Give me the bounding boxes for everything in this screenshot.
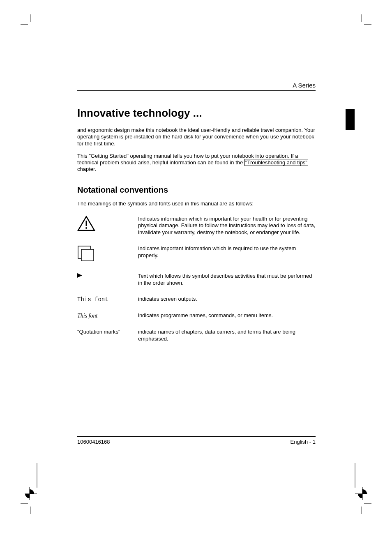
header-rule: A Series: [77, 82, 316, 91]
svg-point-5: [85, 227, 87, 229]
table-row: Indicates information which is important…: [77, 216, 316, 246]
svg-rect-15: [30, 494, 34, 498]
quotation-cell: "Quotation marks": [77, 329, 138, 352]
registration-mark-left: [25, 463, 39, 502]
right-arrow-icon: [77, 273, 82, 279]
info-symbol-cell: [77, 245, 138, 273]
info-box-icon: [77, 245, 97, 264]
mono-font-sample: This font: [77, 296, 108, 303]
svg-rect-14: [25, 489, 30, 494]
warning-description: Indicates information which is important…: [138, 216, 316, 246]
mono-description: indicates screen outputs.: [138, 296, 316, 312]
table-row: This font indicates screen outputs.: [77, 296, 316, 312]
page-footer: 10600416168 English - 1: [77, 436, 316, 445]
troubleshooting-link[interactable]: "Troubleshooting and tips": [244, 159, 308, 166]
svg-rect-20: [358, 489, 362, 494]
arrow-description: Text which follows this symbol describes…: [138, 273, 316, 296]
intro-paragraph-1: and ergonomic design make this notebook …: [77, 127, 316, 147]
table-row: Text which follows this symbol describes…: [77, 273, 316, 296]
table-row: Indicates important information which is…: [77, 245, 316, 273]
footer-doc-number: 10600416168: [77, 439, 110, 445]
quotation-sample: "Quotation marks": [77, 329, 120, 335]
page-content: A Series Innovative technology ... and e…: [77, 82, 316, 352]
mono-font-cell: This font: [77, 296, 138, 312]
quotation-description: indicate names of chapters, data carrier…: [138, 329, 316, 352]
info-description: Indicates important information which is…: [138, 245, 316, 273]
table-row: "Quotation marks" indicate names of chap…: [77, 329, 316, 352]
warning-symbol-cell: [77, 216, 138, 246]
running-header: A Series: [77, 82, 316, 89]
crop-mark-top-left: [21, 14, 41, 35]
intro-paragraph-2b: chapter.: [77, 166, 96, 172]
warning-triangle-icon: [77, 216, 95, 233]
section-heading: Notational conventions: [77, 185, 316, 195]
conventions-table: Indicates information which is important…: [77, 216, 316, 352]
registration-mark-right: [353, 463, 367, 502]
page-heading: Innovative technology ...: [77, 107, 316, 120]
arrow-symbol-cell: [77, 273, 138, 296]
intro-paragraph-2: This "Getting Started" operating manual …: [77, 153, 316, 173]
svg-rect-7: [81, 249, 94, 261]
footer-rule: 10600416168 English - 1: [77, 436, 316, 445]
table-row: This font indicates programme names, com…: [77, 312, 316, 329]
footer-page-label: English - 1: [291, 439, 316, 445]
svg-rect-21: [362, 494, 367, 498]
italic-description: indicates programme names, commands, or …: [138, 312, 316, 329]
edge-tab-marker: [346, 109, 355, 130]
section-intro: The meanings of the symbols and fonts us…: [77, 200, 316, 207]
italic-font-cell: This font: [77, 312, 138, 329]
italic-font-sample: This font: [77, 313, 97, 319]
crop-mark-top-right: [351, 14, 371, 35]
